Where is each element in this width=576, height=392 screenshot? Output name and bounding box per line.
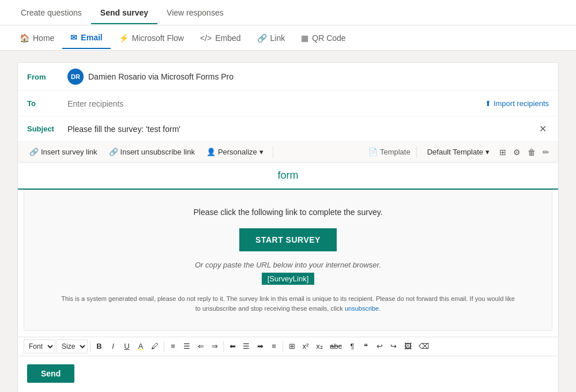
tab-send-survey[interactable]: Send survey — [91, 1, 157, 24]
start-survey-button[interactable]: START SURVEY — [239, 228, 337, 251]
nav-link-label: Link — [270, 33, 285, 43]
strikethrough-button[interactable]: abc — [327, 340, 345, 353]
personalize-chevron-icon: ▾ — [259, 148, 263, 156]
insert-unsubscribe-link-button[interactable]: 🔗 Insert unsubscribe link — [104, 145, 199, 159]
nav-embed-label: Embed — [215, 33, 240, 43]
second-navigation: 🏠 Home ✉ Email ⚡ Microsoft Flow </> Embe… — [0, 25, 576, 51]
template-doc-icon: 📄 — [368, 148, 378, 156]
avatar: DR — [67, 69, 84, 85]
from-name: Damien Rosario via Microsoft Forms Pro — [88, 72, 234, 81]
fmt-divider-1 — [90, 341, 91, 352]
email-content: Please click the following link to compl… — [24, 190, 552, 331]
tab-view-responses[interactable]: View responses — [157, 1, 233, 24]
flow-icon: ⚡ — [119, 33, 129, 43]
numbered-list-button[interactable]: ☰ — [180, 340, 193, 353]
font-color-button[interactable]: A — [134, 340, 147, 353]
toolbar-divider — [273, 146, 273, 158]
template-divider — [416, 146, 417, 158]
unsubscribe-link[interactable]: unsubscribe — [345, 305, 379, 312]
nav-qr-code[interactable]: ▦ QR Code — [293, 28, 353, 48]
align-center-button[interactable]: ☰ — [240, 340, 253, 353]
table-button[interactable]: ⊞ — [285, 340, 298, 353]
nav-microsoft-flow[interactable]: ⚡ Microsoft Flow — [111, 28, 192, 48]
form-title: form — [18, 163, 558, 190]
fmt-divider-2 — [164, 341, 164, 352]
template-delete-button[interactable]: 🗑 — [526, 146, 537, 159]
clear-subject-button[interactable]: ✕ — [537, 122, 549, 135]
underline-button[interactable]: U — [121, 340, 133, 353]
blockquote-button[interactable]: ❝ — [360, 340, 372, 353]
template-dropdown[interactable]: Default Template ▾ — [423, 145, 494, 159]
superscript-button[interactable]: x² — [299, 340, 312, 353]
nav-home-label: Home — [33, 33, 54, 43]
import-icon: ⬆ — [485, 99, 491, 108]
align-right-button[interactable]: ➡ — [254, 340, 266, 353]
send-section: Send — [18, 356, 558, 391]
personalize-icon: 👤 — [206, 148, 216, 156]
format-toolbar: Font Size B I U A 🖊 ≡ ☰ ⇐ ⇒ ⬅ ☰ ➡ ≡ ⊞ x²… — [18, 337, 558, 356]
qr-icon: ▦ — [301, 33, 308, 43]
template-label: 📄 Template — [368, 148, 411, 156]
from-row: From DR Damien Rosario via Microsoft For… — [18, 63, 558, 91]
insert-survey-link-button[interactable]: 🔗 Insert survey link — [25, 145, 102, 159]
top-navigation: Create questions Send survey View respon… — [0, 0, 576, 25]
nav-home[interactable]: 🏠 Home — [12, 28, 62, 48]
indent-button[interactable]: ⇒ — [208, 340, 221, 353]
template-edit-button[interactable]: ✏ — [541, 146, 551, 159]
highlight-button[interactable]: 🖊 — [148, 340, 161, 353]
bold-button[interactable]: B — [93, 340, 106, 353]
outdent-button[interactable]: ⇐ — [194, 340, 207, 353]
remove-format-button[interactable]: ⌫ — [416, 340, 432, 353]
body-text: Please click the following link to compl… — [59, 208, 517, 217]
image-button[interactable]: 🖼 — [401, 340, 415, 353]
main-content: From DR Damien Rosario via Microsoft For… — [0, 51, 576, 392]
survey-link-placeholder: [SurveyLink] — [262, 273, 315, 285]
link-icon: 🔗 — [257, 33, 267, 43]
editor-toolbar: 🔗 Insert survey link 🔗 Insert unsubscrib… — [18, 142, 558, 163]
email-body: form Please click the following link to … — [18, 163, 558, 331]
survey-link-icon: 🔗 — [29, 148, 39, 156]
subject-row: Subject ✕ — [18, 116, 558, 142]
template-copy-button[interactable]: ⊞ — [498, 146, 508, 159]
template-section: 📄 Template Default Template ▾ ⊞ ⚙ 🗑 ✏ — [368, 145, 551, 159]
template-chevron-icon: ▾ — [485, 148, 490, 156]
fmt-divider-4 — [283, 341, 283, 352]
from-label: From — [27, 73, 67, 81]
to-label: To — [27, 99, 67, 108]
import-recipients-button[interactable]: ⬆ Import recipients — [485, 99, 549, 108]
template-settings-button[interactable]: ⚙ — [511, 146, 522, 159]
template-actions: ⊞ ⚙ 🗑 ✏ — [498, 146, 551, 159]
nav-embed[interactable]: </> Embed — [192, 28, 249, 48]
special-chars-button[interactable]: ¶ — [346, 340, 359, 353]
tab-create-questions[interactable]: Create questions — [12, 1, 91, 24]
bullet-list-button[interactable]: ≡ — [167, 340, 179, 353]
or-text: Or copy paste the URL below into your in… — [59, 261, 517, 269]
align-justify-button[interactable]: ≡ — [268, 340, 280, 353]
fmt-divider-3 — [223, 341, 224, 352]
email-icon: ✉ — [70, 33, 77, 42]
font-select[interactable]: Font — [24, 340, 55, 353]
embed-icon: </> — [200, 33, 212, 43]
nav-qr-label: QR Code — [312, 33, 345, 43]
subject-input[interactable] — [67, 125, 537, 134]
size-select[interactable]: Size — [57, 340, 88, 353]
subscript-button[interactable]: x₂ — [313, 340, 326, 353]
disclaimer-text: This is a system generated email, please… — [59, 294, 517, 313]
home-icon: 🏠 — [20, 33, 29, 43]
nav-link[interactable]: 🔗 Link — [249, 28, 293, 48]
undo-button[interactable]: ↩ — [374, 340, 386, 353]
italic-button[interactable]: I — [107, 340, 119, 353]
align-left-button[interactable]: ⬅ — [226, 340, 239, 353]
redo-button[interactable]: ↪ — [387, 340, 400, 353]
send-button[interactable]: Send — [27, 364, 74, 383]
nav-flow-label: Microsoft Flow — [132, 33, 184, 43]
subject-label: Subject — [27, 125, 67, 133]
nav-email[interactable]: ✉ Email — [62, 27, 110, 49]
personalize-button[interactable]: 👤 Personalize ▾ — [202, 145, 268, 159]
unsubscribe-icon: 🔗 — [109, 148, 118, 156]
email-card: From DR Damien Rosario via Microsoft For… — [17, 62, 559, 392]
nav-email-label: Email — [81, 33, 102, 42]
to-row: To ⬆ Import recipients — [18, 91, 558, 116]
to-input[interactable] — [67, 99, 485, 108]
